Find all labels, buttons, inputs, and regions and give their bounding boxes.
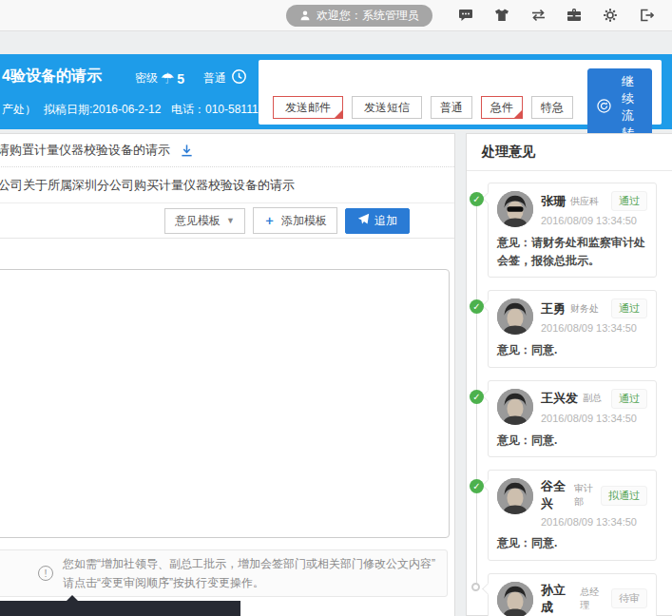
priority-extra-urgent-button[interactable]: 特急 <box>531 96 573 119</box>
theme-shirt-icon[interactable] <box>484 0 520 31</box>
clock-icon <box>231 68 247 87</box>
timeline-dot <box>471 583 480 591</box>
comment-card[interactable]: 王兴发 副总 通过 2016/08/09 13:34:50 意见：同意. <box>488 380 657 458</box>
comment-item: ✓ 谷全兴 审计部 拟通过 <box>488 470 657 561</box>
document-header: 4验设备的请示 密级 ☂ 5 普通 产处） 拟稿日期:2016-06-2-12 … <box>0 54 672 129</box>
commenter-name: 王勇 <box>541 300 566 318</box>
send-mail-button[interactable]: 发送邮件 <box>273 96 343 119</box>
document-title: 4验设备的请示 <box>2 67 102 87</box>
comment-time: 2016/08/09 13:34:50 <box>541 516 647 528</box>
status-badge: 拟通过 <box>601 486 647 506</box>
document-main-panel: 请购置计量仪器校验设备的请示 公司关于所属深圳分公司购买计量仪器校验设备的请示 … <box>0 133 455 616</box>
user-welcome-pill[interactable]: 欢迎您：系统管理员 <box>286 5 432 27</box>
comment-card[interactable]: 孙立成 总经理 待审 <box>488 573 657 616</box>
umbrella-icon: ☂ <box>161 69 174 87</box>
topbar-icons <box>448 0 664 31</box>
comment-time: 2016/08/09 13:34:50 <box>541 413 647 424</box>
status-badge: 通过 <box>611 298 647 318</box>
avatar <box>497 191 533 227</box>
comment-icon[interactable] <box>448 0 484 31</box>
priority-urgent-button[interactable]: 急件 <box>481 96 523 119</box>
opinion-template-dropdown[interactable]: 意见模板▼ <box>164 208 245 234</box>
sidebar-title: 处理意见 <box>467 134 672 171</box>
document-subject: 公司关于所属深圳分公司购买计量仪器校验设备的请示 <box>0 177 295 194</box>
commenter-dept: 供应科 <box>570 195 599 208</box>
comment-item: 孙立成 总经理 待审 <box>488 573 657 616</box>
comment-time: 2016/08/09 13:34:50 <box>541 322 647 334</box>
document-speed: 普通 <box>203 68 247 87</box>
notice-line1: 您如需“增加社领导、副总工批示，增加会签部门或相关部门修改公文内容” <box>63 554 435 573</box>
comment-card[interactable]: 王勇 财务处 通过 2016/08/09 13:34:50 意见：同意. <box>488 290 657 368</box>
commenter-dept: 财务处 <box>570 302 599 316</box>
comment-item: ✓ 张珊 供应科 通过 <box>488 183 657 278</box>
comment-card[interactable]: 谷全兴 审计部 拟通过 2016/08/09 13:34:50 意见：同意. <box>488 470 657 561</box>
user-icon <box>299 10 311 21</box>
avatar <box>497 582 533 616</box>
draft-dept: 产处） <box>2 102 36 118</box>
swap-arrows-icon[interactable] <box>520 0 556 31</box>
plus-icon: ＋ <box>263 212 276 229</box>
chevron-down-icon: ▼ <box>226 216 235 225</box>
commenter-name: 谷全兴 <box>541 478 569 512</box>
timeline-dot: ✓ <box>470 299 484 314</box>
timeline-dot: ✓ <box>470 479 484 493</box>
opinions-sidebar: 处理意见 ✓ 张珊 供 <box>466 133 672 616</box>
status-badge: 通过 <box>611 389 647 409</box>
comment-card[interactable]: 张珊 供应科 通过 2016/08/09 13:34:50 意见：请财务处和监察… <box>488 183 657 278</box>
avatar <box>497 478 533 514</box>
status-badge: 通过 <box>611 191 647 211</box>
toolbox-icon[interactable] <box>556 0 592 31</box>
settings-gear-icon[interactable] <box>592 0 628 31</box>
attachment-title[interactable]: 请购置计量仪器校验设备的请示 <box>0 142 170 159</box>
action-panel: 发送邮件 发送短信 普通 急件 特急 继续流转 常用词汇 词 流转信息 <box>259 60 662 125</box>
opinion-toolbar: 意见模板▼ ＋添加模板 追加 <box>0 203 454 239</box>
send-plane-icon <box>357 213 370 228</box>
avatar <box>497 298 533 335</box>
welcome-text: 欢迎您：系统管理员 <box>317 8 419 24</box>
send-sms-button[interactable]: 发送短信 <box>352 96 422 119</box>
comment-item: ✓ 王兴发 副总 通过 <box>488 380 657 458</box>
draft-date: 拟稿日期:2016-06-2-12 <box>44 102 161 118</box>
add-template-button[interactable]: ＋添加模板 <box>253 207 337 234</box>
commenter-dept: 总经理 <box>580 586 606 612</box>
timeline-dot: ✓ <box>470 192 484 206</box>
commenter-name: 孙立成 <box>541 582 575 616</box>
secrecy-level: 密级 ☂ 5 <box>135 69 184 87</box>
refresh-circle-icon <box>597 99 611 116</box>
comment-opinion: 意见：同意. <box>497 534 647 552</box>
info-icon: ! <box>38 566 53 581</box>
comment-item: ✓ 王勇 财务处 通过 <box>488 290 657 368</box>
topbar: 欢迎您：系统管理员 <box>0 0 672 31</box>
logout-icon[interactable] <box>628 0 664 31</box>
avatar <box>497 389 533 425</box>
notice-box: ! 您如需“增加社领导、副总工批示，增加会签部门或相关部门修改公文内容” 请点击… <box>0 549 448 597</box>
priority-normal-button[interactable]: 普通 <box>431 96 472 119</box>
commenter-name: 张珊 <box>541 193 566 210</box>
comment-opinion: 意见：同意. <box>497 341 647 359</box>
subject-row: 公司关于所属深圳分公司购买计量仪器校验设备的请示 <box>0 167 454 203</box>
status-badge: 待审 <box>611 588 647 608</box>
append-button[interactable]: 追加 <box>345 208 410 234</box>
commenter-dept: 副总 <box>583 392 602 405</box>
comment-time: 2016/08/09 13:34:50 <box>541 215 647 226</box>
tooltip-popup <box>0 601 240 616</box>
opinion-input[interactable] <box>0 269 450 538</box>
comments-list: ✓ 张珊 供应科 通过 <box>467 171 672 616</box>
comment-opinion: 意见：请财务处和监察审计处会签，报徐总批示。 <box>497 234 647 269</box>
download-icon[interactable] <box>180 144 194 158</box>
commenter-dept: 审计部 <box>574 482 596 509</box>
timeline-dot: ✓ <box>470 390 484 404</box>
commenter-name: 王兴发 <box>541 390 578 407</box>
attachment-row: 请购置计量仪器校验设备的请示 <box>0 134 454 167</box>
notice-line2: 请点击“变更审阅顺序”按执行变更操作。 <box>63 573 435 592</box>
comment-opinion: 意见：同意. <box>497 432 647 450</box>
